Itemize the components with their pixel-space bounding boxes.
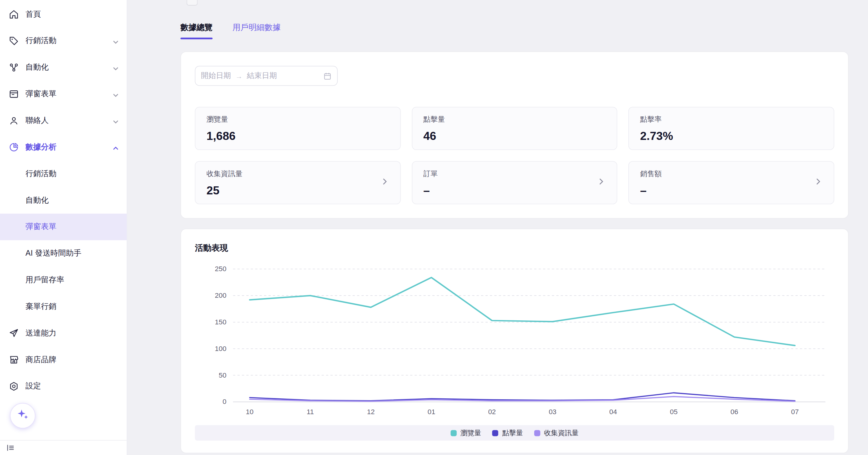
sidebar: 首頁 行銷活動 自動化 — [0, 0, 127, 455]
svg-text:250: 250 — [215, 265, 226, 273]
calendar-icon — [323, 72, 332, 80]
cutoff-toolbar-button[interactable] — [187, 0, 198, 6]
chevron-down-icon — [112, 38, 119, 44]
svg-text:05: 05 — [670, 408, 678, 416]
chart-title: 活動表現 — [195, 243, 834, 253]
app-window: 首頁 行銷活動 自動化 — [0, 0, 868, 455]
tab-label: 數據總覽 — [181, 23, 213, 32]
chevron-up-icon — [112, 144, 119, 150]
sidebar-item-contacts[interactable]: 聯絡人 — [0, 108, 127, 134]
sidebar-subitem-ai-send-time[interactable]: AI 發送時間助手 — [0, 240, 127, 267]
collapse-sidebar-icon[interactable] — [6, 444, 14, 452]
sidebar-item-automation[interactable]: 自動化 — [0, 54, 127, 81]
tab-data-overview[interactable]: 數據總覽 — [181, 22, 213, 39]
ai-assistant-button[interactable] — [10, 403, 35, 428]
sidebar-item-label: 設定 — [25, 381, 119, 391]
sidebar-subitem-popup-forms[interactable]: 彈窗表單 — [0, 214, 127, 240]
analytics-pie-icon — [9, 142, 19, 152]
stat-label: 銷售額 — [640, 169, 662, 179]
stat-sales[interactable]: 銷售額 – — [628, 161, 834, 204]
stat-value: – — [640, 184, 662, 197]
sidebar-item-label: 聯絡人 — [25, 116, 112, 126]
legend-swatch — [534, 430, 540, 436]
sidebar-subitem-retention[interactable]: 用戶留存率 — [0, 267, 127, 294]
campaign-performance-card: 活動表現 05010015020025010111201020304050607… — [181, 229, 848, 453]
date-range-picker[interactable]: 開始日期 → 結束日期 — [195, 66, 337, 86]
legend-label: 瀏覽量 — [460, 428, 481, 437]
sidebar-item-label: 數據分析 — [25, 142, 112, 152]
chevron-down-icon — [112, 91, 119, 97]
legend-item[interactable]: 瀏覽量 — [451, 428, 481, 437]
sidebar-item-label: 彈窗表單 — [25, 89, 112, 99]
sidebar-subitem-abandoned-cart[interactable]: 棄單行銷 — [0, 294, 127, 320]
sidebar-item-store-brand[interactable]: 商店品牌 — [0, 346, 127, 373]
stat-orders[interactable]: 訂單 – — [412, 161, 618, 204]
sidebar-item-analytics[interactable]: 數據分析 — [0, 134, 127, 161]
sidebar-subitem-campaigns[interactable]: 行銷活動 — [0, 161, 127, 187]
sidebar-item-label: 送達能力 — [25, 328, 119, 338]
stat-value: – — [423, 184, 437, 197]
active-tab-underline — [181, 38, 213, 39]
sidebar-item-popup-forms[interactable]: 彈窗表單 — [0, 81, 127, 108]
chart-legend: 瀏覽量點擊量收集資訊量 — [195, 425, 834, 441]
stat-collected-info[interactable]: 收集資訊量 25 — [195, 161, 401, 204]
paper-plane-icon — [9, 328, 19, 338]
legend-swatch — [492, 430, 498, 436]
svg-text:03: 03 — [549, 408, 557, 416]
stat-value: 2.73% — [640, 129, 673, 143]
automation-icon — [9, 63, 19, 72]
contacts-icon — [9, 116, 19, 126]
svg-text:06: 06 — [731, 408, 738, 416]
stat-label: 訂單 — [423, 169, 437, 179]
legend-swatch — [451, 430, 457, 436]
sidebar-nav-list: 首頁 行銷活動 自動化 — [0, 0, 127, 400]
settings-icon — [9, 381, 19, 391]
stat-label: 收集資訊量 — [207, 169, 242, 179]
legend-item[interactable]: 點擊量 — [492, 428, 523, 437]
stat-pageviews: 瀏覽量 1,686 — [195, 107, 401, 150]
end-date-placeholder: 結束日期 — [247, 71, 277, 81]
stat-label: 瀏覽量 — [207, 114, 236, 124]
legend-item[interactable]: 收集資訊量 — [534, 428, 579, 437]
date-range-arrow-icon: → — [235, 72, 242, 80]
sidebar-item-home[interactable]: 首頁 — [0, 1, 127, 28]
svg-text:07: 07 — [791, 408, 799, 416]
svg-text:11: 11 — [307, 408, 314, 416]
start-date-placeholder: 開始日期 — [201, 71, 231, 81]
chevron-right-icon — [380, 177, 389, 188]
legend-label: 點擊量 — [502, 428, 523, 437]
sidebar-footer — [0, 440, 127, 455]
stats-card: 開始日期 → 結束日期 瀏覽量 1,686 — [181, 51, 848, 218]
svg-text:150: 150 — [215, 318, 226, 326]
popup-form-icon — [9, 89, 19, 99]
svg-text:50: 50 — [219, 371, 226, 379]
chevron-down-icon — [112, 117, 119, 124]
svg-text:04: 04 — [609, 408, 617, 416]
stat-value: 46 — [423, 129, 445, 143]
svg-text:02: 02 — [488, 408, 496, 416]
sidebar-item-campaigns[interactable]: 行銷活動 — [0, 28, 127, 54]
performance-line-chart[interactable]: 05010015020025010111201020304050607 — [195, 259, 835, 420]
chevron-right-icon — [597, 177, 606, 188]
sidebar-item-label: 行銷活動 — [25, 36, 112, 46]
sidebar-item-deliverability[interactable]: 送達能力 — [0, 320, 127, 347]
stat-label: 點擊率 — [640, 114, 673, 124]
stat-click-rate: 點擊率 2.73% — [628, 107, 834, 150]
stat-clicks: 點擊量 46 — [412, 107, 618, 150]
tab-user-detail-data[interactable]: 用戶明細數據 — [232, 22, 281, 39]
legend-label: 收集資訊量 — [544, 428, 579, 437]
svg-text:0: 0 — [223, 398, 226, 405]
sidebar-item-label: 首頁 — [25, 9, 119, 19]
chevron-right-icon — [814, 177, 823, 188]
svg-text:200: 200 — [215, 292, 226, 299]
svg-text:10: 10 — [246, 408, 253, 416]
sidebar-item-settings[interactable]: 設定 — [0, 373, 127, 400]
analytics-tabs: 數據總覽 用戶明細數據 — [181, 22, 848, 39]
sidebar-subitem-automation[interactable]: 自動化 — [0, 187, 127, 214]
svg-text:12: 12 — [367, 408, 375, 416]
stats-grid: 瀏覽量 1,686 點擊量 46 點擊率 2.73% — [195, 107, 834, 204]
chevron-down-icon — [112, 64, 119, 70]
tab-label: 用戶明細數據 — [232, 23, 281, 32]
stat-value: 1,686 — [207, 129, 236, 143]
svg-text:01: 01 — [428, 408, 435, 416]
